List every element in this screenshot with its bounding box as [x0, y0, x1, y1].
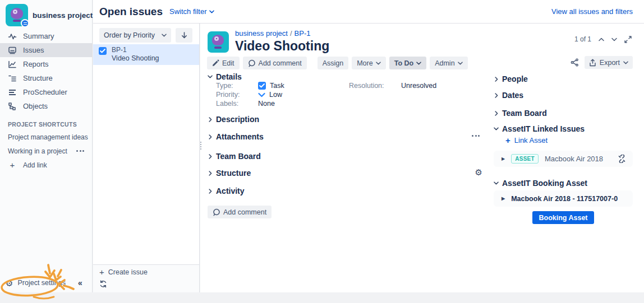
resolution-value: Unresolved	[401, 81, 477, 90]
project-header[interactable]: business project	[0, 0, 92, 28]
proscheduler-icon	[8, 88, 17, 97]
reports-icon	[8, 60, 17, 69]
booking-asset-button[interactable]: Booking Asset	[532, 211, 594, 224]
edit-button[interactable]: Edit	[207, 57, 240, 69]
issue-summary: Video Shooting	[112, 54, 159, 62]
more-options-icon[interactable]	[76, 150, 86, 152]
breadcrumb-project-link[interactable]: business project	[235, 29, 288, 38]
previous-issue-button[interactable]	[599, 38, 604, 41]
chevron-right-icon	[208, 189, 213, 194]
chevron-right-icon	[208, 117, 213, 122]
project-name: business project	[33, 11, 93, 20]
labels-label: Labels:	[216, 99, 258, 108]
resolution-label: Resolution:	[349, 81, 401, 90]
chevron-down-icon	[416, 62, 421, 65]
chevron-right-icon	[208, 154, 213, 159]
issue-list-item[interactable]: BP-1 Video Shooting	[93, 44, 199, 65]
chevron-right-icon	[208, 134, 213, 139]
shortcut-project-management-ideas[interactable]: Project management ideas	[0, 130, 92, 144]
create-issue-button[interactable]: + Create issue	[93, 265, 199, 277]
export-button[interactable]: Export	[585, 56, 633, 69]
assign-button[interactable]: Assign	[318, 57, 349, 69]
sidebar-item-summary[interactable]: Summary	[0, 29, 92, 43]
breadcrumb-issue-link[interactable]: BP-1	[295, 29, 311, 38]
add-comment-footer-button[interactable]: Add comment	[208, 206, 272, 218]
linked-asset-row[interactable]: ▶ ASSET Macbook Air 2018	[494, 151, 633, 167]
comment-icon	[213, 208, 220, 216]
section-structure[interactable]: Structure	[208, 169, 477, 178]
priority-label: Priority:	[216, 90, 258, 99]
next-issue-button[interactable]	[611, 38, 617, 41]
expand-triangle-icon[interactable]: ▶	[502, 156, 505, 161]
attachments-more-options-icon[interactable]	[472, 135, 480, 137]
plus-icon: +	[8, 160, 17, 170]
asset-name: Macbook Air 2018	[545, 155, 603, 163]
chevron-down-icon	[458, 62, 463, 65]
structure-icon	[8, 74, 17, 83]
section-activity[interactable]: Activity	[208, 187, 477, 195]
chevron-right-icon	[494, 93, 499, 98]
refresh-icon	[99, 280, 107, 288]
panel-drag-handle[interactable]	[200, 142, 201, 150]
task-type-icon	[258, 82, 266, 90]
admin-button[interactable]: Admin	[430, 57, 467, 69]
refresh-button[interactable]	[93, 277, 199, 290]
chevron-down-icon	[209, 10, 214, 13]
section-assetit-linked-issues[interactable]: AssetIT Linked Issues	[494, 124, 633, 133]
objects-icon	[8, 102, 17, 111]
sidebar-item-reports[interactable]: Reports	[0, 57, 92, 71]
type-value: Task	[258, 81, 349, 90]
sidebar-item-objects[interactable]: Objects	[0, 99, 92, 113]
issue-checkbox[interactable]	[99, 47, 107, 55]
arrow-down-icon	[181, 32, 187, 39]
share-icon[interactable]	[571, 58, 579, 67]
shortcut-working-in-a-project[interactable]: Working in a project	[0, 144, 92, 158]
link-asset-button[interactable]: + Link Asset	[505, 136, 633, 144]
section-details[interactable]: Details	[208, 72, 477, 81]
chevron-down-icon	[162, 34, 167, 37]
switch-filter-button[interactable]: Switch filter	[169, 7, 214, 16]
chevron-down-icon	[494, 181, 499, 185]
section-team-board-right[interactable]: Team Board	[494, 109, 633, 118]
section-assetit-booking[interactable]: AssetIT Booking Asset	[494, 179, 633, 188]
booking-asset-row[interactable]: ▶ Macbook Air 2018 - 117517007-0	[494, 190, 633, 207]
add-link-button[interactable]: + Add link	[0, 158, 92, 172]
view-all-issues-link[interactable]: View all issues and filters	[551, 7, 633, 16]
plus-icon: +	[99, 267, 104, 277]
section-dates[interactable]: Dates	[494, 91, 633, 100]
gear-icon: ⚙	[6, 279, 13, 287]
issue-type-avatar	[208, 31, 229, 53]
issue-title: Video Shooting	[235, 39, 329, 53]
issue-key: BP-1	[112, 46, 159, 54]
more-button[interactable]: More	[352, 57, 385, 69]
issues-icon	[8, 46, 17, 55]
section-people[interactable]: People	[494, 74, 633, 83]
chevron-right-icon	[494, 111, 499, 116]
section-team-board[interactable]: Team Board	[208, 152, 477, 161]
pencil-icon	[212, 59, 219, 67]
sidebar-item-structure[interactable]: Structure	[0, 71, 92, 85]
status-button[interactable]: To Do	[389, 57, 426, 69]
plus-icon: +	[505, 136, 510, 145]
structure-settings-gear-icon[interactable]: ⚙	[475, 168, 482, 176]
issue-list-panel: Order by Priority BP-1 Video Shooting + …	[93, 24, 200, 292]
add-comment-button[interactable]: Add comment	[243, 57, 307, 69]
sidebar-item-proscheduler[interactable]: ProScheduler	[0, 85, 92, 99]
chevron-right-icon	[494, 77, 499, 82]
project-sidebar: business project Summary Issues Reports …	[0, 0, 93, 292]
jira-app: business project Summary Issues Reports …	[0, 0, 644, 303]
section-attachments[interactable]: Attachments	[208, 132, 477, 141]
collapse-sidebar-button[interactable]: «	[78, 278, 82, 287]
expand-triangle-icon[interactable]: ▶	[502, 196, 505, 201]
chevron-down-icon	[494, 127, 499, 130]
labels-value: None	[258, 99, 349, 108]
unlink-icon[interactable]	[618, 155, 626, 163]
page-title: Open issues	[99, 6, 163, 18]
breadcrumb: business project/BP-1	[235, 30, 329, 38]
expand-icon[interactable]	[624, 36, 632, 43]
issue-detail-panel: 1 of 1 Export business project/BP-1 Vide…	[200, 24, 644, 292]
sidebar-item-issues[interactable]: Issues	[0, 43, 92, 57]
section-description[interactable]: Description	[208, 115, 477, 124]
order-by-dropdown[interactable]: Order by Priority	[99, 28, 171, 43]
sort-direction-button[interactable]	[176, 28, 192, 43]
